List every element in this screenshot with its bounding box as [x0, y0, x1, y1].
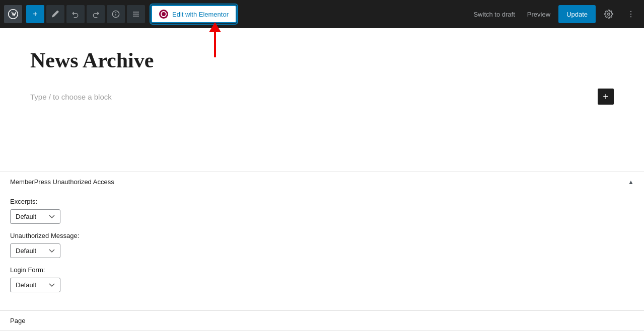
wp-logo[interactable]	[4, 5, 22, 23]
block-placeholder-text: Type / to choose a block	[30, 93, 112, 101]
update-button[interactable]: Update	[558, 5, 596, 23]
memberpress-panel-body: Excerpts: Default Custom None Unauthoriz…	[0, 192, 644, 310]
svg-point-9	[630, 16, 631, 17]
arrow-line	[214, 32, 216, 57]
preview-button[interactable]: Preview	[523, 8, 554, 21]
excerpts-label: Excerpts:	[10, 198, 634, 205]
page-section: Page	[0, 311, 644, 331]
svg-point-6	[608, 13, 610, 16]
excerpts-group: Excerpts: Default Custom None	[10, 198, 634, 224]
add-block-button[interactable]: +	[26, 5, 44, 23]
undo-button[interactable]	[66, 5, 85, 23]
svg-point-7	[630, 11, 631, 12]
add-block-inline-button[interactable]: +	[598, 89, 614, 105]
more-options-button[interactable]	[622, 5, 640, 23]
arrow-head	[209, 22, 221, 32]
page-title: News Archive	[30, 48, 614, 72]
svg-point-8	[630, 14, 631, 15]
memberpress-panel-header[interactable]: MemberPress Unauthorized Access ▲	[0, 172, 644, 192]
edit-pencil-button[interactable]	[46, 5, 64, 23]
memberpress-panel: MemberPress Unauthorized Access ▲ Excerp…	[0, 172, 644, 311]
login-form-select[interactable]: Default Custom None	[10, 278, 60, 292]
topbar-right: Switch to draft Preview Update	[469, 5, 640, 23]
edit-with-elementor-button[interactable]: Edit with Elementor	[151, 5, 237, 23]
editor-area[interactable]: News Archive Type / to choose a block +	[0, 28, 644, 172]
settings-button[interactable]	[600, 5, 618, 23]
redo-button[interactable]	[87, 5, 105, 23]
switch-to-draft-button[interactable]: Switch to draft	[469, 8, 519, 21]
memberpress-panel-title: MemberPress Unauthorized Access	[10, 178, 114, 186]
arrow-annotation	[209, 23, 221, 57]
info-button[interactable]	[107, 5, 125, 23]
memberpress-collapse-icon: ▲	[628, 179, 634, 186]
topbar: + Edit with Elementor Switch to d	[0, 0, 644, 28]
unauthorized-message-label: Unauthorized Message:	[10, 232, 634, 239]
unauthorized-message-select[interactable]: Default Custom None	[10, 243, 60, 258]
excerpts-select[interactable]: Default Custom None	[10, 209, 60, 224]
login-form-group: Login Form: Default Custom None	[10, 266, 634, 292]
login-form-label: Login Form:	[10, 266, 634, 274]
unauthorized-message-group: Unauthorized Message: Default Custom Non…	[10, 232, 634, 258]
edit-elementor-label: Edit with Elementor	[172, 11, 229, 18]
main-content: News Archive Type / to choose a block + …	[0, 28, 644, 331]
page-section-label: Page	[0, 311, 644, 330]
elementor-icon	[159, 10, 168, 19]
list-view-button[interactable]	[127, 5, 145, 23]
block-placeholder-row: Type / to choose a block +	[30, 85, 614, 109]
